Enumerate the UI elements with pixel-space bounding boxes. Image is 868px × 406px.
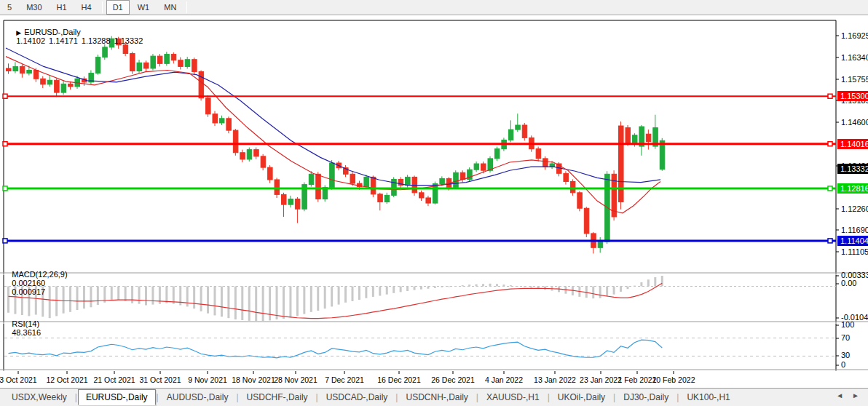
candle-body <box>185 60 190 67</box>
price-badge-label: 1.14016 <box>840 140 868 148</box>
timeframe-button-h1[interactable]: H1 <box>50 0 74 15</box>
tab-usdchf-daily[interactable]: USDCHF-,Daily <box>240 390 315 405</box>
candle-body <box>494 149 500 159</box>
price-axis-label: 1.11690 <box>841 226 868 234</box>
tab-uk100-h1[interactable]: UK100-,H1 <box>679 390 737 405</box>
date-axis-label: 16 Dec 2021 <box>377 375 421 384</box>
candle-body <box>171 55 176 60</box>
candle-body <box>7 68 12 71</box>
chart-symbol: EURUSD-,Daily <box>24 28 81 36</box>
indicator-axis-label: 0.00 <box>841 279 856 287</box>
date-axis-label: 28 Nov 2021 <box>274 375 317 384</box>
tab-scroll-arrows: ◄► <box>832 391 864 399</box>
candle-body <box>371 177 375 194</box>
date-axis-label: 31 Oct 2021 <box>139 375 181 384</box>
tab-dj30-daily[interactable]: DJ30-,Daily <box>616 390 676 405</box>
candle-body <box>646 134 651 141</box>
tab-audusd-daily[interactable]: AUDUSD-,Daily <box>159 390 236 405</box>
candle-body <box>406 177 411 185</box>
timeframe-button-mn[interactable]: MN <box>157 0 183 15</box>
tab-usdcnh-daily[interactable]: USDCNH-,Daily <box>398 390 475 405</box>
candle-body <box>384 195 390 202</box>
hline-handle[interactable] <box>3 94 7 98</box>
macd-name: MACD(12,26,9) <box>12 270 67 279</box>
candle-body <box>240 153 245 159</box>
hline-handle[interactable] <box>828 239 832 243</box>
candle-body <box>130 54 135 71</box>
candle-body <box>516 125 521 130</box>
candle-body <box>137 63 142 71</box>
date-axis-label: 1 Feb 2022 <box>618 375 656 384</box>
candle-body <box>577 193 583 208</box>
rsi-value: 48.3616 <box>12 328 41 337</box>
date-axis-label: 10 Feb 2022 <box>652 375 695 384</box>
candle-body <box>288 199 293 204</box>
candle-body <box>364 177 369 186</box>
candle-body <box>213 114 218 123</box>
price-axis-label: 1.14600 <box>841 118 868 127</box>
hline-handle[interactable] <box>828 94 832 98</box>
chart-area[interactable]: 1.169251.163401.157551.151851.146001.134… <box>0 15 868 388</box>
tab-usdcad-daily[interactable]: USDCAD-,Daily <box>319 390 395 405</box>
timeframe-button-h4[interactable]: H4 <box>75 0 98 15</box>
date-axis-label: 26 Dec 2021 <box>431 375 475 384</box>
symbol-tabbar: USDX,Weekly|EURUSD-,Daily|AUDUSD-,Daily|… <box>0 388 868 406</box>
ohlc-high: 1.14171 <box>49 36 78 45</box>
tab-scroll-left-icon[interactable]: ◄ <box>832 391 848 399</box>
date-axis-label: 3 Oct 2021 <box>0 375 37 384</box>
candle-body <box>570 182 575 193</box>
tab-scroll-right-icon[interactable]: ► <box>848 391 864 399</box>
candle-body <box>378 194 383 202</box>
rsi-indicator-label: RSI(14) 48.3616 <box>3 311 41 346</box>
candle-body <box>95 57 100 73</box>
hline-handle[interactable] <box>828 186 832 191</box>
candle-body <box>295 199 300 209</box>
candle-body <box>282 194 287 204</box>
date-axis-label: 12 Oct 2021 <box>46 375 87 384</box>
tab-eurusd-daily[interactable]: EURUSD-,Daily <box>78 389 156 405</box>
tab-xauusd-h1[interactable]: XAUUSD-,H1 <box>479 390 547 405</box>
candle-body <box>584 208 589 234</box>
indicator-axis-label: 0 <box>841 360 845 369</box>
candle-body <box>474 164 479 170</box>
candle-body <box>219 119 224 123</box>
candle-body <box>68 84 74 87</box>
tab-ukoil-daily[interactable]: UKOil-,Daily <box>551 390 612 405</box>
date-axis-label: 23 Jan 2022 <box>580 375 622 384</box>
hline-handle[interactable] <box>3 239 7 243</box>
candle-body <box>13 66 18 71</box>
timeframe-button-m30[interactable]: M30 <box>20 0 48 15</box>
hline-handle[interactable] <box>3 142 7 146</box>
rsi-name: RSI(14) <box>12 319 39 328</box>
chart-canvas[interactable]: 1.169251.163401.157551.151851.146001.134… <box>0 15 868 388</box>
candle-body <box>619 126 624 202</box>
date-axis-label: 18 Nov 2021 <box>232 375 275 384</box>
candle-body <box>61 84 66 92</box>
candle-body <box>47 80 52 84</box>
candle-body <box>206 98 211 114</box>
price-badge-label: 1.12816 <box>840 184 868 193</box>
candle-body <box>151 56 156 68</box>
macd-indicator-label: MACD(12,26,9) 0.002160 0.000917 <box>3 261 68 305</box>
candle-body <box>660 140 665 169</box>
hline-handle[interactable] <box>3 186 7 191</box>
candle-body <box>550 164 555 167</box>
timeframe-button-5[interactable]: 5 <box>1 0 18 15</box>
macd-value-main: 0.002160 <box>12 279 45 287</box>
date-axis-label: 4 Jan 2022 <box>485 375 523 384</box>
macd-value-signal: 0.000917 <box>12 287 45 296</box>
tab-usdx-weekly[interactable]: USDX,Weekly <box>4 390 74 405</box>
candle-body <box>144 63 149 68</box>
candle-body <box>316 174 321 199</box>
candle-body <box>275 180 280 194</box>
timeframe-button-w1[interactable]: W1 <box>131 0 157 15</box>
candle-body <box>247 150 252 159</box>
date-axis-label: 21 Oct 2021 <box>93 375 135 384</box>
hline-handle[interactable] <box>828 142 832 146</box>
ohlc-low: 1.13288 <box>82 36 111 45</box>
ohlc-close: 1.13332 <box>114 36 143 45</box>
timeframe-button-d1[interactable]: D1 <box>106 0 130 15</box>
indicator-axis-label: 70 <box>841 333 850 342</box>
candle-body <box>33 71 39 79</box>
candle-body <box>426 198 431 203</box>
